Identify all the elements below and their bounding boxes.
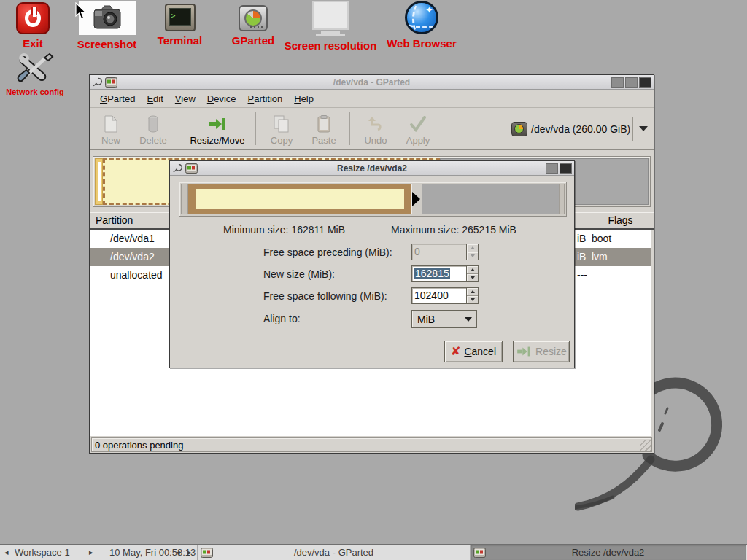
desktop-icon-label: Terminal — [152, 34, 207, 47]
monitor-icon — [312, 1, 349, 36]
selected-value: 162815 — [414, 268, 450, 279]
device-selector[interactable]: /dev/vda (260.00 GiB) — [506, 108, 654, 149]
chevron-down-icon — [465, 317, 472, 322]
spin-up-button[interactable] — [467, 288, 478, 295]
spin-down-button[interactable] — [467, 252, 478, 260]
desktop-icon-label: Screen resolution — [282, 39, 379, 52]
spin-up-button[interactable] — [467, 244, 478, 252]
free-space-preceding-label: Free space preceding (MiB): — [263, 246, 392, 258]
toolbar-paste-button[interactable]: Paste — [303, 108, 345, 149]
right-resize-handle[interactable] — [411, 184, 422, 214]
dialog-title: Resize /dev/vda2 — [170, 163, 574, 174]
desktop-icon-label: Screenshot — [76, 38, 138, 50]
menu-edit[interactable]: Edit — [141, 91, 169, 106]
spin-up-button[interactable] — [467, 266, 478, 273]
toolbar: New Delete Resize/Move Copy Paste — [90, 108, 654, 150]
close-button[interactable] — [639, 77, 651, 88]
minimize-button[interactable] — [611, 77, 624, 88]
terminal-icon: >_ — [165, 4, 196, 31]
resize-grip[interactable] — [640, 440, 651, 451]
gparted-disk-icon — [239, 5, 268, 31]
task-title: /dev/vda - GParted — [198, 547, 470, 558]
align-to-dropdown[interactable]: MiB — [411, 310, 477, 328]
window-next-arrow[interactable]: ▸ — [187, 548, 192, 557]
taskbar-item-gparted[interactable]: /dev/vda - GParted — [197, 545, 470, 560]
menu-device[interactable]: Device — [201, 91, 242, 106]
desktop-icon-screen-resolution[interactable]: Screen resolution — [282, 1, 379, 52]
free-space-preceding-spinbox[interactable]: 0 — [411, 244, 479, 260]
partition-block[interactable] — [188, 184, 411, 214]
toolbar-undo-button[interactable]: Undo — [355, 108, 397, 149]
free-space-block — [422, 184, 559, 214]
workspace-prev-arrow[interactable]: ◂ — [4, 548, 9, 557]
toolbar-label: New — [101, 135, 120, 146]
resize-button[interactable]: Resize — [513, 341, 570, 362]
spin-down-button[interactable] — [467, 273, 478, 281]
free-space-following-spinbox[interactable]: 102400 — [411, 287, 479, 304]
main-window-title: /dev/vda - GParted — [90, 77, 654, 88]
mouse-cursor — [75, 2, 88, 20]
undo-icon — [368, 114, 384, 133]
toolbar-new-button[interactable]: New — [90, 108, 132, 149]
resize-move-icon — [209, 114, 225, 133]
resize-slider — [179, 182, 567, 217]
power-icon — [16, 2, 50, 34]
copy-icon — [274, 114, 290, 133]
gparted-app-icon — [201, 548, 213, 558]
window-prev-arrow[interactable]: ◂ — [176, 548, 180, 557]
new-partition-icon — [104, 114, 117, 133]
taskbar-item-resize-dialog[interactable]: Resize /dev/vda2 — [470, 545, 746, 560]
menu-help[interactable]: Help — [288, 91, 320, 106]
workspace-label: Workspace 1 — [15, 547, 70, 558]
close-button[interactable] — [560, 163, 572, 174]
toolbar-separator — [349, 112, 350, 145]
paste-icon — [317, 114, 330, 133]
column-header-partition[interactable]: Partition — [96, 212, 133, 228]
debian-swirl-icon — [172, 163, 183, 173]
align-to-label: Align to: — [263, 313, 301, 324]
toolbar-copy-button[interactable]: Copy — [260, 108, 303, 149]
tools-icon — [16, 51, 54, 85]
toolbar-delete-button[interactable]: Delete — [132, 108, 174, 149]
partition-bar-vda1[interactable] — [95, 158, 103, 205]
desktop-icon-gparted[interactable]: GParted — [228, 5, 279, 47]
pending-operations-text: 0 operations pending — [95, 440, 183, 451]
dialog-titlebar[interactable]: Resize /dev/vda2 — [170, 161, 574, 176]
desktop-icon-terminal[interactable]: >_ Terminal — [152, 4, 207, 47]
new-size-spinbox[interactable]: 162815 — [411, 265, 479, 282]
menubar: GParted Edit View Device Partition Help — [90, 90, 654, 108]
workspace-next-arrow[interactable]: ▸ — [89, 548, 93, 557]
resize-arrow-icon — [517, 347, 530, 357]
menu-view[interactable]: View — [169, 91, 201, 106]
desktop-icon-web-browser[interactable]: ✦ Web Browser — [381, 1, 462, 50]
maximize-button[interactable] — [546, 163, 558, 174]
disk-icon — [511, 122, 527, 136]
debian-swirl-icon — [92, 77, 103, 87]
menu-gparted[interactable]: GParted — [94, 91, 141, 106]
menu-partition[interactable]: Partition — [242, 91, 289, 106]
toolbar-label: Resize/Move — [190, 135, 244, 146]
column-header-flags[interactable]: Flags — [589, 212, 652, 228]
minimum-size-label: Minimum size: 162811 MiB — [223, 224, 345, 236]
toolbar-resize-move-button[interactable]: Resize/Move — [184, 108, 251, 149]
cancel-x-icon: ✘ — [451, 346, 460, 357]
maximize-button[interactable] — [625, 77, 638, 88]
resize-dialog: Resize /dev/vda2 Minimum size: 162811 Mi… — [169, 160, 575, 368]
toolbar-separator — [179, 112, 179, 145]
spin-down-button[interactable] — [467, 295, 478, 303]
main-titlebar[interactable]: /dev/vda - GParted — [90, 75, 654, 90]
left-resize-handle[interactable] — [181, 184, 188, 214]
toolbar-separator — [255, 112, 256, 145]
toolbar-label: Copy — [271, 135, 293, 146]
desktop-icon-exit[interactable]: Exit — [9, 2, 57, 50]
desktop-icon-network-config[interactable]: Network config — [4, 51, 66, 96]
toolbar-label: Delete — [139, 135, 167, 146]
device-selector-value: /dev/vda (260.00 GiB) — [531, 123, 630, 135]
apply-check-icon — [409, 114, 427, 133]
taskbar: ◂ Workspace 1 ▸ 10 May, Fri 00:58:13 ◂ ▸… — [0, 544, 747, 560]
cancel-button[interactable]: ✘ Cancel — [444, 341, 503, 362]
statusbar: 0 operations pending — [91, 438, 652, 452]
toolbar-apply-button[interactable]: Apply — [397, 108, 439, 149]
chevron-down-icon — [639, 126, 648, 131]
align-to-value: MiB — [412, 314, 460, 325]
